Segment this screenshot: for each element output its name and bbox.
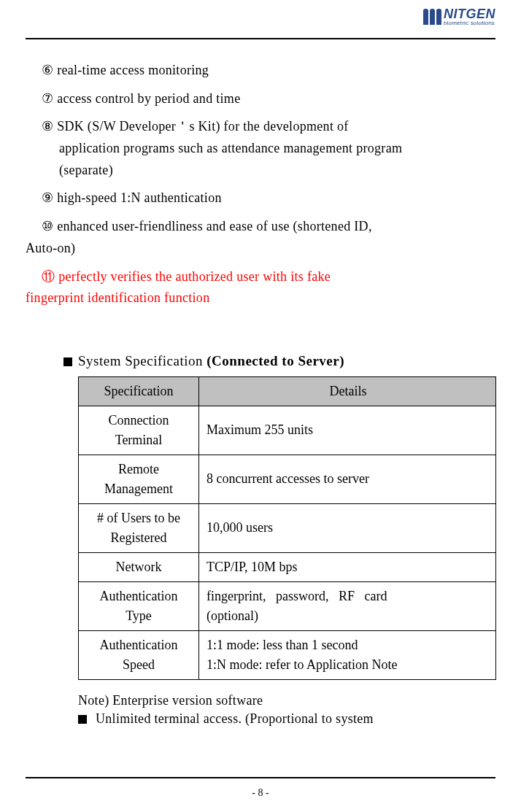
- spec-cell: # of Users to be Registered: [79, 503, 199, 552]
- list-item-7: ⑦ access control by period and time: [26, 88, 495, 110]
- list-text-8-line1: SDK (S/W Developer＇s Kit) for the develo…: [57, 119, 348, 134]
- list-text-7: access control by period and time: [57, 91, 240, 106]
- table-row: Remote Management 8 concurrent accesses …: [79, 455, 496, 503]
- list-num-9: ⑨: [42, 187, 53, 209]
- table-row: Authentication Type fingerprint, passwor…: [79, 581, 496, 630]
- spec-cell: Network: [79, 552, 199, 581]
- page-content: ⑥ real-time access monitoring ⑦ access c…: [26, 60, 495, 727]
- logo-main-text: NITGEN: [444, 7, 495, 20]
- square-bullet-icon: [63, 357, 72, 366]
- footer-divider: [26, 777, 495, 778]
- table-header-row: Specification Details: [79, 376, 496, 406]
- detail-cell: Maximum 255 units: [199, 406, 496, 455]
- list-text-10-line1: enhanced user-friendliness and ease of u…: [57, 219, 372, 233]
- section-title-bold: (Connected to Server): [207, 353, 344, 368]
- specification-table: Specification Details Connection Termina…: [78, 376, 496, 680]
- detail-cell: fingerprint, password, RF card (optional…: [199, 581, 496, 630]
- list-item-10: ⑩ enhanced user-friendliness and ease of…: [26, 216, 495, 259]
- list-num-6: ⑥: [42, 60, 53, 82]
- list-text-8-line3: (separate): [59, 160, 495, 182]
- detail-cell: 1:1 mode: less than 1 second 1:N mode: r…: [199, 630, 496, 679]
- table-row: Network TCP/IP, 10M bps: [79, 552, 496, 581]
- list-text-10-line2: Auto-on): [26, 241, 75, 255]
- detail-cell: 10,000 users: [199, 503, 496, 552]
- brand-logo: NITGEN biometric solutions: [423, 7, 495, 26]
- page-number: - 8 -: [0, 787, 521, 799]
- header-divider: [26, 38, 495, 39]
- spec-cell: Remote Management: [79, 455, 199, 503]
- list-num-10: ⑩: [42, 216, 53, 238]
- table-row: Connection Terminal Maximum 255 units: [79, 406, 496, 455]
- list-num-8: ⑧: [42, 116, 53, 138]
- list-item-9: ⑨ high-speed 1:N authentication: [26, 187, 495, 209]
- list-num-7: ⑦: [42, 88, 53, 110]
- list-num-11: ⑪: [42, 266, 55, 288]
- spec-cell: Connection Terminal: [79, 406, 199, 455]
- header-specification: Specification: [79, 376, 199, 406]
- list-text-6: real-time access monitoring: [57, 63, 209, 77]
- detail-cell: 8 concurrent accesses to server: [199, 455, 496, 503]
- list-text-8-line2: application programs such as attendance …: [59, 138, 495, 160]
- header-details: Details: [199, 376, 496, 406]
- detail-cell: TCP/IP, 10M bps: [199, 552, 496, 581]
- list-item-8: ⑧ SDK (S/W Developer＇s Kit) for the deve…: [26, 116, 495, 181]
- table-row: Authentication Speed 1:1 mode: less than…: [79, 630, 496, 679]
- list-item-11: ⑪ perfectly verifies the authorized user…: [26, 266, 495, 309]
- spec-cell: Authentication Type: [79, 581, 199, 630]
- logo-bars-icon: [423, 9, 441, 25]
- square-bullet-icon: [78, 715, 87, 724]
- list-item-6: ⑥ real-time access monitoring: [26, 60, 495, 82]
- list-text-9: high-speed 1:N authentication: [57, 190, 222, 205]
- note-bullet-text: Unlimited terminal access. (Proportional…: [96, 711, 374, 726]
- logo-sub-text: biometric solutions: [444, 20, 495, 26]
- table-row: # of Users to be Registered 10,000 users: [79, 503, 496, 552]
- spec-cell: Authentication Speed: [79, 630, 199, 679]
- section-heading: System Specification (Connected to Serve…: [63, 353, 495, 369]
- list-text-11-line1: perfectly verifies the authorized user w…: [58, 269, 331, 284]
- note-bullet-line: Unlimited terminal access. (Proportional…: [78, 711, 495, 727]
- section-title-plain: System Specification: [78, 353, 207, 368]
- note-line: Note) Enterprise version software: [78, 693, 495, 708]
- list-text-11-line2: fingerprint identification function: [26, 290, 209, 305]
